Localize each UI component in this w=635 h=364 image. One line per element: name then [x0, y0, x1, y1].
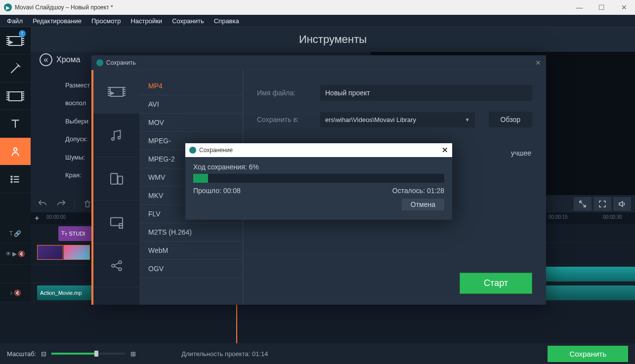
category-tv[interactable] — [93, 201, 139, 244]
ruler-mark: 00:00:15 — [549, 214, 568, 220]
start-button[interactable]: Старт — [460, 273, 532, 294]
list-icon — [9, 173, 22, 186]
fullscreen-button[interactable] — [593, 197, 611, 211]
cancel-button[interactable]: Отмена — [402, 199, 444, 210]
text-icon — [9, 118, 22, 130]
filename-label: Имя файла: — [257, 89, 311, 97]
filename-input[interactable] — [320, 85, 532, 101]
chroma-tool[interactable] — [0, 138, 31, 165]
wand-icon — [9, 62, 22, 75]
film-icon: ▸ — [8, 36, 22, 46]
bottom-bar: Масштаб: ⊟ ⊞ Длительность проекта: 01:14… — [0, 343, 635, 364]
music-extra-clip[interactable] — [544, 267, 635, 282]
media-tool[interactable]: ▸! — [0, 27, 31, 55]
svg-point-8 — [112, 264, 115, 267]
progress-bar — [193, 174, 444, 183]
remaining-time: Осталось: 01:28 — [392, 187, 444, 195]
back-label: Хрома — [56, 55, 80, 64]
zoom-out-icon[interactable]: ⊟ — [41, 350, 46, 358]
saveto-dropdown[interactable]: ers\wihar\Videos\Movavi Library▼ — [320, 112, 475, 127]
menu-bar: Файл Редактирование Просмотр Настройки С… — [0, 15, 635, 27]
share-icon — [110, 259, 124, 273]
minimize-button[interactable]: — — [568, 0, 591, 15]
format-avi[interactable]: AVI — [139, 95, 243, 114]
app-icon — [189, 147, 196, 154]
notification-badge: ! — [19, 30, 26, 37]
music-icon — [109, 128, 124, 143]
undo-button[interactable] — [35, 197, 50, 211]
back-icon: « — [40, 53, 52, 66]
export-dialog-titlebar: Сохранить ✕ — [91, 55, 546, 70]
category-audio[interactable] — [93, 114, 139, 157]
project-duration: Длительность проекта: 01:14 — [181, 350, 268, 358]
elapsed-time: Прошло: 00:08 — [193, 187, 241, 195]
saveto-label: Сохранить в: — [257, 116, 311, 123]
progress-dialog: Сохранение ✕ Ход сохранения: 6% Прошло: … — [185, 143, 452, 220]
format-mp4[interactable]: MP4 — [139, 77, 243, 95]
filters-tool[interactable] — [0, 55, 31, 82]
window-title: Movavi Слайдшоу – Новый проект * — [15, 4, 113, 11]
titles-tool[interactable] — [0, 110, 31, 138]
menu-save[interactable]: Сохранить — [172, 17, 204, 25]
svg-point-1 — [11, 175, 12, 177]
format-webm[interactable]: WebM — [139, 242, 243, 260]
category-video[interactable]: ▸ — [93, 70, 139, 114]
tv-icon — [109, 214, 125, 230]
ruler-mark: 00:00:00 — [46, 214, 66, 220]
progress-close-button[interactable]: ✕ — [442, 146, 448, 155]
zoom-slider[interactable] — [51, 353, 126, 355]
zoom-in-icon[interactable]: ⊞ — [130, 350, 136, 358]
export-dialog-title: Сохранить — [106, 59, 136, 66]
quality-hint: учшее — [511, 149, 531, 157]
add-track-button[interactable]: + — [35, 214, 44, 223]
svg-point-10 — [119, 268, 122, 271]
zoom-control: Масштаб: ⊟ ⊞ — [7, 350, 136, 358]
back-panel[interactable]: « Хрома — [40, 52, 96, 67]
maximize-button[interactable]: ☐ — [591, 0, 613, 15]
format-ogv[interactable]: OGV — [139, 260, 243, 278]
app-icon — [96, 59, 103, 66]
expand-button[interactable] — [574, 197, 592, 211]
category-share[interactable] — [93, 244, 139, 287]
video-track-icon: ▶ — [12, 250, 17, 257]
ruler-mark: 00:00:30 — [603, 214, 622, 220]
menu-edit[interactable]: Редактирование — [33, 17, 82, 25]
redo-icon — [56, 199, 67, 209]
svg-point-3 — [11, 181, 12, 182]
close-button[interactable]: ✕ — [613, 0, 635, 15]
transitions-tool[interactable] — [0, 82, 31, 110]
volume-button[interactable] — [613, 197, 631, 211]
svg-point-2 — [11, 178, 12, 180]
volume-icon — [618, 200, 627, 208]
format-mov[interactable]: MOV — [139, 114, 243, 132]
fullscreen-icon — [598, 200, 607, 208]
progress-titlebar: Сохранение ✕ — [185, 143, 452, 157]
zoom-label: Масштаб: — [7, 350, 36, 358]
save-button[interactable]: Сохранить — [548, 346, 628, 362]
menu-settings[interactable]: Настройки — [130, 17, 162, 25]
text-track-icon: T — [9, 230, 13, 237]
menu-file[interactable]: Файл — [7, 17, 23, 25]
link-icon: 🔗 — [14, 230, 21, 237]
more-tool[interactable] — [0, 165, 31, 193]
transitions-icon — [8, 91, 22, 101]
browse-button[interactable]: Обзор — [489, 112, 532, 127]
redo-button[interactable] — [53, 197, 69, 211]
progress-title: Сохранение — [199, 147, 233, 154]
chevron-down-icon: ▼ — [465, 117, 470, 122]
mute-icon: 🔇 — [18, 250, 25, 257]
category-devices[interactable] — [93, 157, 139, 201]
music-icon: ♪ — [10, 289, 13, 296]
mute-icon: 🔇 — [14, 289, 21, 296]
video-clips[interactable] — [37, 245, 90, 260]
format-m2ts[interactable]: M2TS (H.264) — [139, 223, 243, 242]
app-icon: ▶ — [4, 3, 12, 11]
eye-icon: 👁 — [5, 250, 11, 257]
export-category-column: ▸ — [93, 70, 139, 305]
svg-rect-6 — [111, 217, 123, 225]
film-icon: ▸ — [110, 87, 124, 97]
export-close-button[interactable]: ✕ — [535, 59, 541, 67]
menu-help[interactable]: Справка — [214, 17, 239, 25]
menu-view[interactable]: Просмотр — [91, 17, 121, 25]
person-icon — [9, 145, 22, 158]
